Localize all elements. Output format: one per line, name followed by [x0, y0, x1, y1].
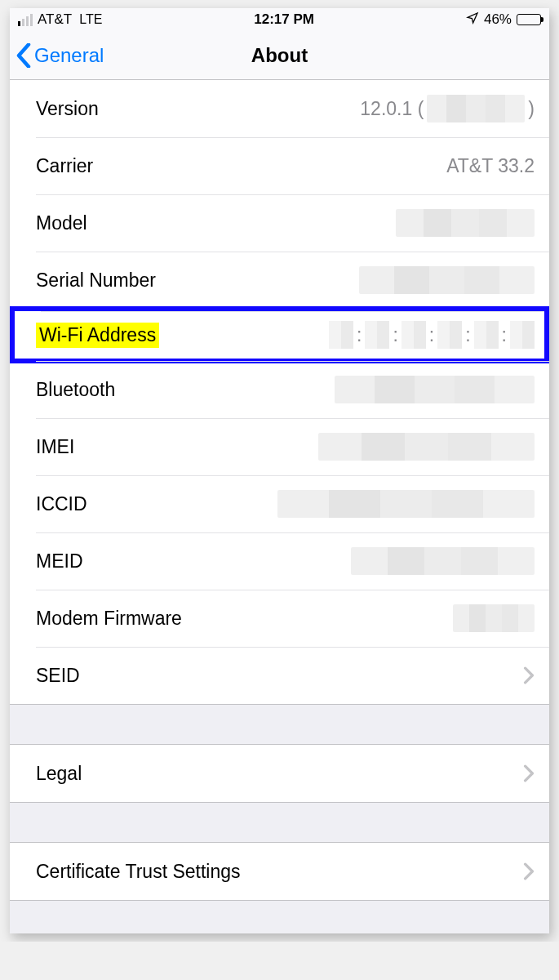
row-carrier: Carrier AT&T 33.2 — [10, 137, 549, 194]
status-carrier: AT&T — [38, 11, 72, 28]
modem-label: Modem Firmware — [36, 608, 182, 630]
serial-value-redacted — [359, 266, 535, 294]
status-right: 46% — [466, 11, 541, 29]
iccid-value-redacted — [277, 490, 535, 518]
status-left: AT&T LTE — [18, 11, 102, 28]
meid-label: MEID — [36, 550, 83, 572]
version-label: Version — [36, 98, 99, 120]
battery-percent: 46% — [484, 11, 512, 28]
wifi-label: Wi-Fi Address — [36, 323, 159, 348]
about-list: Version 12.0.1 ( ) Carrier AT&T 33.2 Mod… — [10, 80, 549, 705]
chevron-right-icon — [523, 666, 535, 684]
version-prefix: 12.0.1 ( — [360, 98, 424, 120]
row-bluetooth: Bluetooth — [10, 361, 549, 418]
modem-value-redacted — [453, 604, 535, 632]
imei-value-redacted — [318, 433, 535, 461]
status-bar: AT&T LTE 12:17 PM 46% — [10, 8, 549, 31]
back-button[interactable]: General — [10, 43, 104, 68]
row-model: Model — [10, 194, 549, 252]
row-legal[interactable]: Legal — [10, 745, 549, 802]
bottom-spacer — [10, 901, 549, 933]
status-time: 12:17 PM — [254, 11, 314, 28]
row-seid[interactable]: SEID — [10, 647, 549, 704]
battery-icon — [517, 14, 541, 25]
chevron-right-icon — [523, 862, 535, 880]
nav-bar: General About — [10, 31, 549, 80]
row-version: Version 12.0.1 ( ) — [10, 80, 549, 137]
cert-label: Certificate Trust Settings — [36, 861, 241, 883]
screen: AT&T LTE 12:17 PM 46% General About Vers… — [10, 8, 549, 933]
row-iccid: ICCID — [10, 475, 549, 532]
version-value: 12.0.1 ( ) — [360, 95, 535, 122]
row-certificate-trust[interactable]: Certificate Trust Settings — [10, 843, 549, 900]
cert-group: Certificate Trust Settings — [10, 842, 549, 901]
row-serial: Serial Number — [10, 252, 549, 309]
serial-label: Serial Number — [36, 270, 156, 292]
row-modem-firmware: Modem Firmware — [10, 590, 549, 647]
signal-bars-icon — [18, 14, 33, 26]
row-imei: IMEI — [10, 418, 549, 475]
mac-sep: : — [502, 324, 507, 346]
legal-group: Legal — [10, 744, 549, 803]
carrier-value: AT&T 33.2 — [446, 155, 535, 177]
mac-sep: : — [429, 324, 434, 346]
status-network: LTE — [79, 12, 102, 27]
bluetooth-label: Bluetooth — [36, 379, 115, 401]
model-label: Model — [36, 212, 87, 234]
bluetooth-value-redacted — [335, 376, 535, 403]
carrier-label: Carrier — [36, 155, 93, 177]
mac-sep: : — [465, 324, 470, 346]
row-wifi-address: Wi-Fi Address : : : : : — [10, 306, 549, 363]
model-value-redacted — [396, 209, 535, 237]
version-build-redacted — [427, 95, 525, 122]
mac-sep: : — [357, 324, 362, 346]
version-suffix: ) — [528, 98, 535, 120]
imei-label: IMEI — [36, 436, 74, 458]
location-icon — [466, 11, 479, 29]
meid-value-redacted — [351, 547, 535, 575]
mac-sep: : — [393, 324, 397, 346]
row-meid: MEID — [10, 532, 549, 590]
back-label: General — [34, 44, 104, 67]
legal-label: Legal — [36, 763, 82, 785]
seid-label: SEID — [36, 665, 80, 687]
wifi-value-redacted: : : : : : — [329, 321, 535, 349]
iccid-label: ICCID — [36, 493, 87, 515]
chevron-right-icon — [523, 764, 535, 782]
